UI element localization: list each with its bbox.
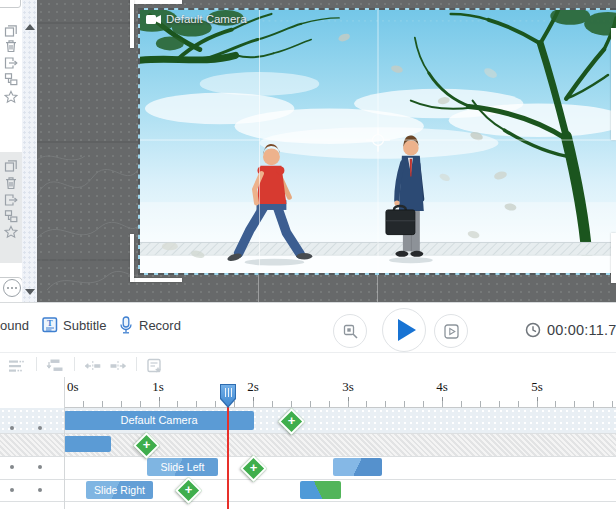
- add-effect-button[interactable]: +: [175, 477, 202, 504]
- play-button[interactable]: [382, 308, 426, 352]
- svg-text:T: T: [47, 318, 53, 328]
- play-icon: [398, 319, 416, 341]
- track-toggle-dot[interactable]: [38, 426, 42, 430]
- camera-bracket-top-left: [130, 0, 134, 48]
- camera-bracket-right: [611, 28, 616, 140]
- effect-bar[interactable]: [333, 458, 382, 476]
- duplicate-icon[interactable]: [4, 159, 18, 173]
- more-options-button[interactable]: [3, 279, 21, 297]
- track-options-icon[interactable]: [8, 358, 26, 374]
- playhead-grip: [231, 388, 232, 397]
- ruler-label: 0s: [67, 379, 79, 395]
- trim-right-icon[interactable]: [110, 358, 128, 374]
- export-icon[interactable]: [4, 193, 18, 207]
- animation-editor-window: Default Camera ound T Subtitle Record: [0, 0, 616, 509]
- slide-scene[interactable]: [138, 8, 616, 275]
- camera-duration-bar[interactable]: Default Camera: [64, 411, 254, 430]
- ruler-label: 5s: [531, 379, 543, 395]
- shadow: [245, 259, 305, 266]
- add-effect-button[interactable]: +: [240, 455, 267, 482]
- scroll-up-icon[interactable]: [25, 24, 35, 30]
- favorite-icon[interactable]: [4, 225, 18, 239]
- ruler-label: 1s: [152, 379, 164, 395]
- timeline-tracks: Default Camera Slide Left Slide Right + …: [0, 408, 616, 509]
- microphone-icon[interactable]: [119, 316, 133, 335]
- camera-bracket-top-left: [130, 0, 182, 4]
- replace-icon[interactable]: [4, 209, 18, 223]
- divider: [74, 357, 75, 371]
- clock-icon: [525, 322, 541, 338]
- replace-icon[interactable]: [4, 72, 18, 86]
- camera-icon: [146, 14, 161, 25]
- element-duration-bar[interactable]: [64, 436, 111, 452]
- ruler-label: 4s: [436, 379, 448, 395]
- subtitle-icon[interactable]: T: [42, 317, 58, 333]
- divider: [36, 357, 37, 371]
- sound-button-label-clipped[interactable]: ound: [0, 318, 29, 333]
- row-divider: [0, 479, 616, 480]
- track-toggle-dot[interactable]: [10, 465, 14, 469]
- offstage-content: [37, 0, 138, 302]
- subtitle-button-label[interactable]: Subtitle: [63, 318, 106, 333]
- playhead-grip: [225, 388, 226, 397]
- camera-bracket-right: [611, 233, 616, 283]
- playhead-grip: [228, 388, 229, 397]
- track-toggle-dot[interactable]: [38, 488, 42, 492]
- delete-icon[interactable]: [4, 39, 18, 53]
- camera-bracket-bottom-left: [130, 234, 134, 282]
- effect-bar[interactable]: [300, 481, 341, 499]
- clipped-panel-edge: [0, 0, 21, 8]
- camera-viewport-label[interactable]: Default Camera: [146, 11, 247, 27]
- time-display: 00:00:11.75: [525, 322, 616, 338]
- camera-label-text: Default Camera: [166, 13, 247, 25]
- export-icon[interactable]: [4, 56, 18, 70]
- playhead-line: [227, 400, 229, 509]
- element-tools-rail: [0, 0, 22, 302]
- track-toggle-dot[interactable]: [10, 488, 14, 492]
- grid-line: [377, 275, 378, 302]
- ruler-label: 2s: [247, 379, 259, 395]
- ruler-label: 3s: [342, 379, 354, 395]
- preview-button[interactable]: [333, 314, 367, 348]
- favorite-icon[interactable]: [4, 90, 18, 104]
- scene-artwork: [140, 10, 616, 273]
- shadow: [389, 257, 433, 263]
- record-button-label[interactable]: Record: [139, 318, 181, 333]
- row-divider: [0, 433, 616, 434]
- track-toggle-dot[interactable]: [10, 426, 14, 430]
- effect-list-icon[interactable]: [146, 358, 164, 374]
- delete-icon[interactable]: [4, 176, 18, 190]
- grid-line: [258, 275, 259, 302]
- insert-track-icon[interactable]: [46, 358, 64, 374]
- preview-magnifier-icon: [342, 323, 359, 340]
- play-scene-button[interactable]: [434, 314, 468, 348]
- track-toggle-dot[interactable]: [38, 465, 42, 469]
- current-time-value: 00:00:11.75: [547, 322, 616, 338]
- play-scene-icon: [443, 323, 460, 340]
- duplicate-icon[interactable]: [4, 24, 18, 38]
- row-divider: [0, 456, 616, 457]
- track-header-divider: [64, 377, 65, 509]
- scroll-down-icon[interactable]: [25, 289, 35, 295]
- slide-left-effect-bar[interactable]: Slide Left: [147, 458, 218, 476]
- scene-list-scrollbar[interactable]: [22, 0, 37, 302]
- slide-right-effect-bar[interactable]: Slide Right: [86, 481, 153, 499]
- timeline-ruler[interactable]: 0s 1s 2s 3s 4s 5s: [0, 377, 616, 408]
- trim-left-icon[interactable]: [84, 358, 102, 374]
- row-divider: [0, 501, 616, 502]
- divider: [136, 357, 137, 371]
- camera-bracket-bottom-left: [130, 278, 182, 282]
